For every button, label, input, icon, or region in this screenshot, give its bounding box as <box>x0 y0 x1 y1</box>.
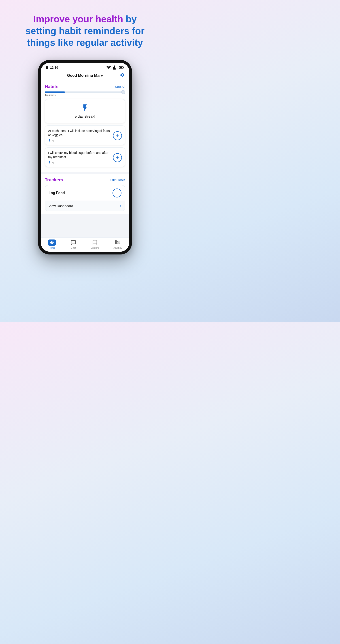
chat-icon <box>70 240 76 246</box>
journey-icon <box>114 240 121 246</box>
view-dashboard-row[interactable]: View Dashboard › <box>45 201 125 211</box>
nav-label-chat: Chat <box>71 246 76 249</box>
battery-icon <box>119 65 124 70</box>
habits-section: Habits See All 1/4 items 5 day <box>41 80 129 172</box>
nav-label-home: Home <box>48 246 55 249</box>
log-food-button[interactable]: + <box>112 188 122 198</box>
progress-dot <box>121 90 125 94</box>
chevron-right-icon: › <box>120 204 122 208</box>
edit-goals-link[interactable]: Edit Goals <box>110 178 125 182</box>
hero-heading: Improve your health by setting habit rem… <box>26 14 144 49</box>
svg-rect-6 <box>119 241 120 244</box>
bolt-streak-icon <box>81 104 89 113</box>
habits-header: Habits See All <box>45 84 125 89</box>
home-icon <box>50 240 54 245</box>
habit-card-1: At each meal, I will include a serving o… <box>45 126 125 145</box>
plus-icon-1: + <box>116 133 119 138</box>
header-title: Good Morning Mary <box>67 73 103 78</box>
status-icons <box>106 65 124 70</box>
habit-card-1-text: At each meal, I will include a serving o… <box>48 129 110 138</box>
settings-icon[interactable] <box>120 72 125 79</box>
bolt-icon-2 <box>48 161 51 164</box>
nav-item-journey[interactable]: Journey <box>114 240 122 249</box>
phone-screen: 12:30 Good Morning Mary <box>41 62 129 252</box>
wifi-icon <box>106 65 112 70</box>
bolt-icon-1 <box>48 139 51 143</box>
habit-card-2-content: I will check my blood sugar before and a… <box>48 151 113 164</box>
add-habit-1-button[interactable]: + <box>113 131 122 140</box>
see-all-link[interactable]: See All <box>115 85 125 88</box>
add-habit-2-button[interactable]: + <box>113 153 122 162</box>
trackers-header: Trackers Edit Goals <box>45 177 125 182</box>
streak-count-2: 4 <box>52 161 54 164</box>
nav-item-explore[interactable]: Explore <box>91 240 99 249</box>
habit-card-1-content: At each meal, I will include a serving o… <box>48 129 113 143</box>
signal-icon <box>112 65 118 70</box>
app-header: Good Morning Mary <box>41 72 129 80</box>
bottom-nav: Home Chat Explore <box>41 238 129 252</box>
view-dashboard-label: View Dashboard <box>48 204 73 208</box>
streak-count-1: 4 <box>52 139 54 142</box>
habits-title: Habits <box>45 84 58 89</box>
log-food-label: Log Food <box>48 191 65 195</box>
progress-label: 1/4 items <box>45 94 125 97</box>
habit-card-1-streak: 4 <box>48 139 110 143</box>
explore-icon <box>92 240 98 246</box>
habit-card-2-streak: 4 <box>48 161 110 164</box>
streak-card: 5 day streak! <box>45 99 125 123</box>
progress-bar-container <box>45 92 125 93</box>
log-food-row[interactable]: Log Food + <box>45 185 125 201</box>
home-icon-bg <box>48 240 56 246</box>
log-food-plus-icon: + <box>116 190 118 196</box>
tracker-card: Log Food + View Dashboard › <box>45 185 125 211</box>
status-bar: 12:30 <box>41 62 129 72</box>
habit-card-2-text: I will check my blood sugar before and a… <box>48 151 110 160</box>
progress-bar-fill <box>45 92 65 93</box>
phone-device: 12:30 Good Morning Mary <box>38 60 132 254</box>
nav-item-chat[interactable]: Chat <box>70 240 76 249</box>
plus-icon-2: + <box>116 155 119 160</box>
habit-card-2: I will check my blood sugar before and a… <box>45 147 125 167</box>
nav-label-journey: Journey <box>114 246 122 249</box>
status-time: 12:30 <box>50 66 58 69</box>
hero-section: Improve your health by setting habit rem… <box>16 14 154 49</box>
trackers-section: Trackers Edit Goals Log Food + View Dash… <box>41 174 129 214</box>
hero-highlight: Improve your health <box>33 14 123 24</box>
scroll-content[interactable]: Habits See All 1/4 items 5 day <box>41 80 129 238</box>
nav-label-explore: Explore <box>91 246 99 249</box>
nav-item-home[interactable]: Home <box>48 240 56 249</box>
svg-rect-5 <box>117 241 118 244</box>
streak-text: 5 day streak! <box>75 114 95 118</box>
svg-rect-4 <box>116 240 116 244</box>
trackers-title: Trackers <box>45 177 63 182</box>
svg-rect-1 <box>120 67 122 68</box>
camera-dot <box>46 66 48 69</box>
